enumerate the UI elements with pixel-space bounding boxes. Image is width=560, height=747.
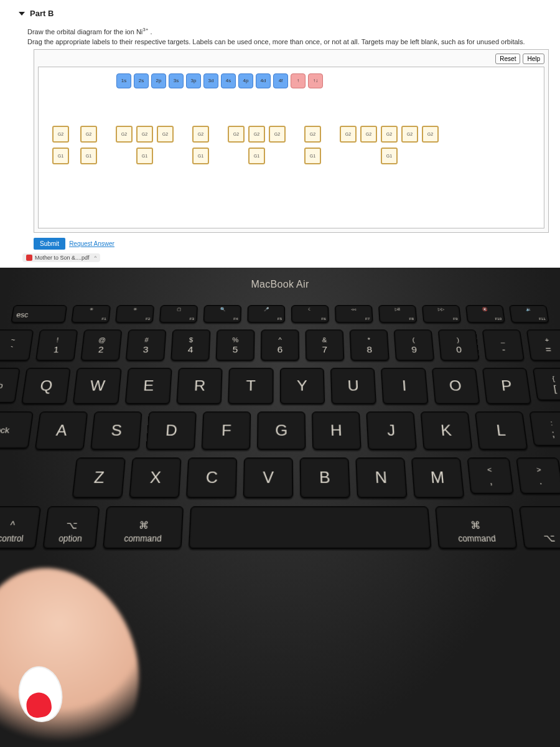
key-f11: 🔉F11 [509, 305, 549, 323]
download-label: Mother to Son &....pdf [35, 255, 90, 261]
key-b: B [300, 458, 350, 498]
orbital-3d[interactable]: 3d [203, 73, 218, 88]
target-g1[interactable]: G1 [304, 148, 321, 164]
target-g2[interactable]: G2 [422, 126, 439, 143]
download-pill[interactable]: Mother to Son &....pdf ^ [22, 253, 100, 262]
request-answer-link[interactable]: Request Answer [69, 240, 114, 247]
key-f8: ▷IIF8 [378, 305, 417, 323]
spin-updown[interactable]: ↑↓ [308, 73, 323, 88]
key-comma: <, [467, 458, 514, 494]
orbital-4p[interactable]: 4p [238, 73, 253, 88]
key-g: G [257, 411, 306, 449]
submit-button[interactable]: Submit [34, 238, 65, 250]
key-t: T [228, 368, 274, 404]
key-f7: ◃◃F7 [335, 305, 373, 323]
target-g2[interactable]: G2 [157, 126, 174, 143]
orbital-3s[interactable]: 3s [169, 73, 184, 88]
target-g2[interactable]: G2 [80, 126, 97, 143]
key-f1: ✳F1 [71, 305, 111, 323]
question-line1: Draw the orbital diagram for the ion Ni3… [27, 27, 554, 35]
collapse-icon[interactable] [19, 12, 25, 16]
laptop-keyboard: MacBook Air esc ✳F1 ✳F2 ▢F3 🔍F4 🎤F5 ☾F6 … [0, 268, 560, 747]
chevron-up-icon: ^ [95, 255, 97, 260]
part-header[interactable]: Part B [19, 6, 554, 21]
key-0: )0 [438, 329, 480, 360]
key-f4: 🔍F4 [203, 305, 241, 323]
target-g2[interactable]: G2 [52, 126, 69, 143]
key-capslock: lock [0, 411, 34, 448]
key-9: (9 [394, 329, 434, 360]
target-g1[interactable]: G1 [192, 148, 209, 164]
orbital-2p[interactable]: 2p [151, 73, 166, 88]
laptop-brand: MacBook Air [0, 279, 560, 290]
ion-base: Ni [136, 28, 142, 35]
orbital-4d[interactable]: 4d [256, 73, 271, 88]
key-period: >. [516, 458, 560, 494]
key-l: L [475, 411, 528, 449]
key-7: &7 [306, 329, 345, 360]
key-s: S [90, 411, 142, 449]
orbital-2s[interactable]: 2s [134, 73, 149, 88]
ion-sup: 3+ [142, 27, 148, 32]
key-w: W [73, 368, 121, 404]
key-f9: ▷▷F9 [422, 305, 461, 323]
target-g2[interactable]: G2 [304, 126, 321, 143]
orbital-4s[interactable]: 4s [221, 73, 236, 88]
key-x: X [129, 458, 181, 498]
key-6: ^6 [261, 329, 299, 360]
key-o: O [431, 368, 480, 404]
part-title: Part B [30, 9, 54, 18]
key-j: J [366, 411, 416, 449]
target-g2[interactable]: G2 [228, 126, 245, 143]
target-row-g2: G2 G2 G2 G2 G2 G2 G2 G2 G2 G2 G2 G2 G2 G… [52, 126, 538, 143]
key-h: H [312, 411, 361, 449]
key-5: %5 [216, 329, 255, 360]
target-g2[interactable]: G2 [360, 126, 377, 143]
target-g2[interactable]: G2 [269, 126, 286, 143]
target-g2[interactable]: G2 [401, 126, 418, 143]
key-m: M [411, 458, 464, 498]
key-8: *8 [350, 329, 390, 360]
key-2: @2 [80, 329, 122, 360]
key-minus: _- [482, 329, 525, 360]
key-n: N [355, 458, 407, 498]
orbital-1s[interactable]: 1s [116, 73, 131, 88]
key-1: !1 [35, 329, 78, 360]
pdf-icon [26, 255, 32, 261]
key-option-right: ⌥ [519, 506, 560, 548]
orbital-3p[interactable]: 3p [186, 73, 201, 88]
target-g2[interactable]: G2 [192, 126, 209, 143]
app-screen: Part B Draw the orbital diagram for the … [0, 0, 560, 270]
target-g2[interactable]: G2 [248, 126, 265, 143]
key-tab-left: ab [0, 368, 21, 403]
target-g1[interactable]: G1 [136, 148, 153, 164]
target-g2[interactable]: G2 [381, 126, 398, 143]
key-backtick: ~` [0, 329, 34, 360]
drag-area[interactable]: 1s 2s 2p 3s 3p 3d 4s 4p 4d 4f ↑ ↑↓ G2 G2… [38, 67, 544, 228]
target-g1[interactable]: G1 [52, 148, 69, 164]
orbital-4f[interactable]: 4f [273, 73, 288, 88]
key-u: U [330, 368, 376, 404]
key-bracket-left: {[ [533, 368, 560, 400]
target-g2[interactable]: G2 [340, 126, 357, 143]
target-g1[interactable]: G1 [80, 148, 97, 164]
help-button[interactable]: Help [523, 54, 544, 64]
target-row-g1: G1 G1 G1 G1 G1 G1 G1 [52, 148, 538, 164]
submit-row: Submit Request Answer [34, 238, 554, 250]
key-equals: += [526, 329, 560, 360]
key-f2: ✳F2 [115, 305, 154, 323]
key-c: C [186, 458, 237, 498]
spin-up[interactable]: ↑ [291, 73, 306, 88]
orbital-labels: 1s 2s 2p 3s 3p 3d 4s 4p 4d 4f ↑ ↑↓ [116, 73, 538, 88]
target-g2[interactable]: G2 [116, 126, 133, 143]
key-option-left: ⌥ option [43, 506, 100, 548]
key-y: Y [280, 368, 325, 404]
q-post: . [150, 28, 152, 35]
target-g2[interactable]: G2 [136, 126, 153, 143]
key-3: #3 [126, 329, 166, 360]
key-d: D [146, 411, 197, 449]
target-g1[interactable]: G1 [381, 148, 398, 164]
target-g1[interactable]: G1 [248, 148, 265, 164]
work-panel: Reset Help 1s 2s 2p 3s 3p 3d 4s 4p 4d 4f… [34, 49, 549, 233]
reset-button[interactable]: Reset [495, 54, 520, 64]
